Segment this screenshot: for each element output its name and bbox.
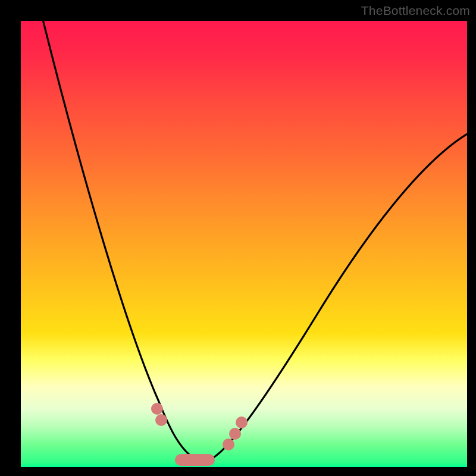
bottleneck-curve [43,21,468,461]
left-marker-2 [155,414,167,426]
right-marker-2 [229,428,241,440]
right-marker-1 [223,439,234,450]
watermark-text: TheBottleneck.com [361,4,470,18]
plot-area [21,21,467,467]
bottom-pill [175,454,215,466]
left-marker-1 [151,403,163,415]
right-marker-3 [236,416,248,428]
curve-layer [21,21,467,467]
chart-frame: TheBottleneck.com [0,0,476,476]
